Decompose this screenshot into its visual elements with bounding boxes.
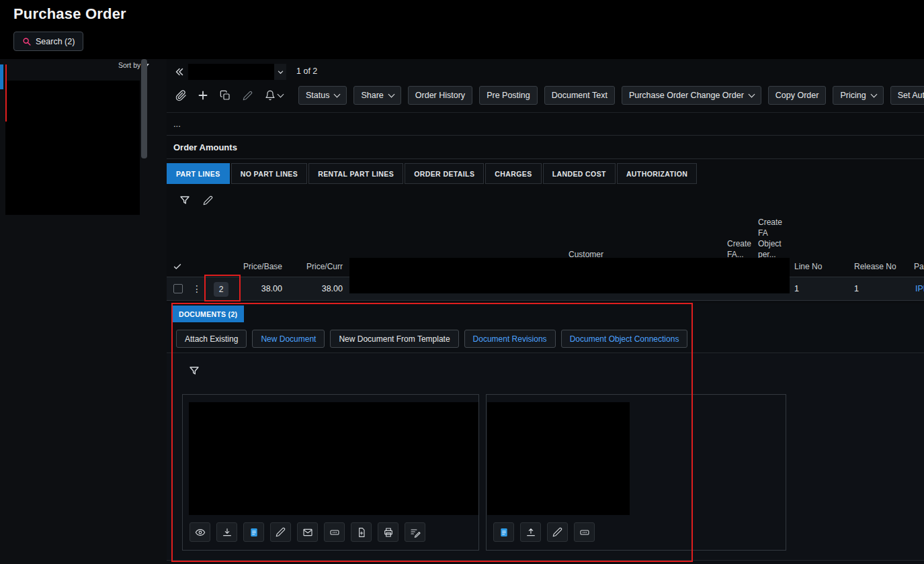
row-line-number-badge[interactable]: 2 bbox=[214, 282, 228, 297]
page-header: Purchase Order Search (2) bbox=[0, 0, 924, 59]
new-revision-button[interactable] bbox=[351, 522, 372, 542]
print-document-button[interactable] bbox=[378, 522, 398, 542]
object-connections-button[interactable] bbox=[324, 522, 345, 542]
column-header-create-fa[interactable]: Create FA... bbox=[727, 238, 759, 260]
plus-icon bbox=[198, 90, 208, 101]
order-history-button[interactable]: Order History bbox=[408, 86, 472, 105]
column-header-line-no[interactable]: Line No bbox=[794, 261, 822, 272]
set-authorization-button[interactable]: Set Authorization bbox=[890, 86, 924, 105]
table-filter-button[interactable] bbox=[177, 193, 192, 207]
collapsed-fields-row[interactable]: ... bbox=[167, 112, 924, 136]
edit-document-button[interactable] bbox=[270, 522, 291, 542]
download-icon bbox=[222, 527, 233, 538]
object-connections-button[interactable] bbox=[574, 522, 595, 542]
add-button[interactable] bbox=[194, 87, 212, 104]
tab-landed-cost[interactable]: LANDED COST bbox=[543, 163, 616, 184]
order-amounts-section-header[interactable]: Order Amounts bbox=[167, 136, 924, 159]
new-document-from-template-button[interactable]: New Document From Template bbox=[330, 330, 458, 348]
pencil-icon bbox=[552, 527, 562, 537]
tab-part-lines[interactable]: PART LINES bbox=[167, 163, 230, 184]
attach-existing-button[interactable]: Attach Existing bbox=[176, 330, 247, 348]
document-object-connections-button[interactable]: Document Object Connections bbox=[561, 330, 688, 348]
document-add-icon bbox=[356, 527, 367, 538]
record-card-redacted[interactable] bbox=[5, 81, 140, 215]
column-header-price-base[interactable]: Price/Base bbox=[228, 261, 282, 272]
pre-posting-button[interactable]: Pre Posting bbox=[479, 86, 538, 105]
record-selector-caret[interactable] bbox=[274, 64, 286, 80]
column-header-create-fa-object[interactable]: Create FA Object per... bbox=[758, 217, 790, 260]
open-document-button[interactable] bbox=[493, 522, 514, 542]
view-document-button[interactable] bbox=[190, 522, 210, 542]
copy-icon bbox=[220, 90, 230, 101]
tab-rental-part-lines[interactable]: RENTAL PART LINES bbox=[308, 163, 403, 184]
pencil-icon bbox=[243, 91, 253, 101]
tab-no-part-lines[interactable]: NO PART LINES bbox=[231, 163, 308, 184]
upload-icon bbox=[526, 527, 536, 538]
tab-authorization[interactable]: AUTHORIZATION bbox=[617, 163, 697, 184]
pricing-button[interactable]: Pricing bbox=[833, 86, 883, 105]
new-document-button[interactable]: New Document bbox=[252, 330, 325, 348]
search-button[interactable]: Search (2) bbox=[13, 32, 83, 51]
email-document-button[interactable] bbox=[297, 522, 318, 542]
document-revisions-button[interactable]: Document Revisions bbox=[464, 330, 556, 348]
document-card-toolbar bbox=[493, 522, 595, 542]
tab-documents[interactable]: DOCUMENTS (2) bbox=[172, 306, 244, 322]
duplicate-button[interactable] bbox=[216, 87, 234, 104]
copy-order-button[interactable]: Copy Order bbox=[768, 86, 827, 105]
cell-part-link[interactable]: IPD bbox=[915, 284, 924, 293]
column-header-price-curr[interactable]: Price/Curr bbox=[289, 261, 343, 272]
edit-button[interactable] bbox=[239, 87, 256, 104]
documents-section: DOCUMENTS (2) Attach Existing New Docume… bbox=[167, 303, 924, 564]
search-icon bbox=[22, 37, 32, 46]
collapse-sidebar-button[interactable] bbox=[172, 64, 187, 79]
notifications-button[interactable] bbox=[261, 87, 286, 104]
cell-price-base: 38.00 bbox=[228, 284, 282, 293]
document-card[interactable] bbox=[486, 394, 786, 551]
selected-record-indicator bbox=[0, 64, 3, 89]
tab-charges[interactable]: CHARGES bbox=[485, 163, 541, 184]
upload-document-button[interactable] bbox=[520, 522, 541, 542]
redacted-table-region bbox=[349, 258, 790, 293]
sort-by-label: Sort by bbox=[118, 61, 140, 69]
documents-action-bar: Attach Existing New Document New Documen… bbox=[176, 330, 687, 348]
document-icon bbox=[249, 527, 259, 538]
chevron-down-icon bbox=[277, 91, 284, 97]
select-all-check-icon[interactable] bbox=[173, 262, 182, 271]
paperclip-icon bbox=[175, 90, 187, 101]
column-header-release-no[interactable]: Release No bbox=[854, 261, 896, 272]
chevron-down-icon bbox=[388, 91, 394, 97]
command-toolbar: Status Share Order History Pre Posting D… bbox=[298, 86, 924, 105]
document-card-toolbar bbox=[190, 522, 425, 542]
document-icon bbox=[499, 527, 509, 538]
detail-tabbar: PART LINES NO PART LINES RENTAL PART LIN… bbox=[167, 163, 697, 184]
record-selector[interactable] bbox=[188, 64, 286, 80]
cell-line-no: 1 bbox=[794, 284, 799, 293]
object-connections-icon bbox=[579, 527, 590, 538]
sign-document-button[interactable] bbox=[405, 522, 425, 542]
eye-icon bbox=[195, 527, 206, 538]
chevron-down-icon bbox=[334, 91, 341, 97]
search-button-label: Search (2) bbox=[36, 37, 75, 46]
cell-release-no: 1 bbox=[854, 284, 859, 293]
row-checkbox[interactable] bbox=[173, 284, 183, 293]
document-card[interactable] bbox=[182, 394, 479, 551]
download-document-button[interactable] bbox=[216, 522, 237, 542]
document-text-button[interactable]: Document Text bbox=[544, 86, 615, 105]
record-selector-value-redacted bbox=[188, 64, 274, 80]
signature-icon bbox=[410, 527, 421, 538]
sidebar-scrollbar[interactable] bbox=[141, 59, 147, 158]
open-document-button[interactable] bbox=[243, 522, 264, 542]
envelope-icon bbox=[302, 527, 313, 538]
purchase-order-change-order-button[interactable]: Purchase Order Change Order bbox=[622, 86, 761, 105]
status-button[interactable]: Status bbox=[298, 86, 347, 105]
column-header-part[interactable]: Pa bbox=[914, 261, 924, 272]
chevron-down-icon bbox=[870, 91, 877, 97]
table-edit-button[interactable] bbox=[200, 193, 215, 207]
edit-document-button[interactable] bbox=[547, 522, 568, 542]
tab-order-details[interactable]: ORDER DETAILS bbox=[405, 163, 484, 184]
printer-icon bbox=[383, 527, 394, 538]
attachment-button[interactable] bbox=[172, 87, 190, 104]
documents-filter-button[interactable] bbox=[187, 363, 202, 378]
row-kebab-menu-icon[interactable]: ⋮ bbox=[192, 283, 202, 295]
share-button[interactable]: Share bbox=[353, 86, 401, 105]
